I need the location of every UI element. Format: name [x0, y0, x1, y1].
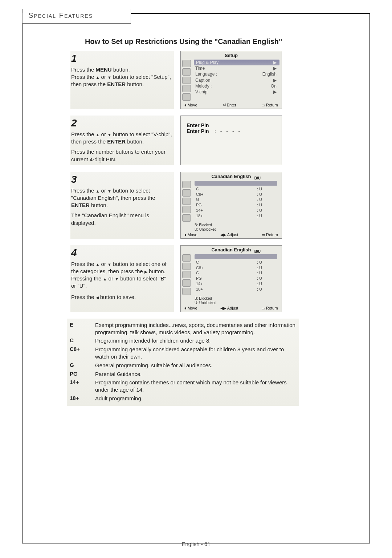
- def-row: GGeneral programming, suitable for all a…: [70, 361, 295, 370]
- step-4: 4 Press the or button to select one of t…: [70, 245, 362, 312]
- step-number: 1: [71, 52, 172, 65]
- pin-dots: : - - - -: [215, 128, 241, 134]
- def-label: PG: [70, 371, 88, 378]
- move-hint: ♦ Move: [184, 103, 197, 108]
- def-row: C8+Programming generally considered acce…: [70, 345, 295, 361]
- up-arrow-icon: [103, 275, 107, 282]
- t: button.: [112, 66, 130, 73]
- t: Press the number buttons to enter your c…: [71, 149, 166, 162]
- step-1: 1 Press the MENU button. Press the or bu…: [70, 51, 362, 109]
- osd-icon-col: [181, 59, 193, 102]
- def-text: Programming generally considered accepta…: [95, 346, 295, 360]
- def-label: C: [70, 337, 88, 344]
- return-hint: ▭ Return: [261, 103, 278, 108]
- move-hint: ♦ Move: [184, 306, 197, 311]
- def-row: 14+Programming contains themes or conten…: [70, 378, 295, 394]
- osd-row: Plug & Play▶: [194, 60, 279, 65]
- t: button to save.: [99, 294, 136, 300]
- step-4-text: 4 Press the or button to select one of t…: [70, 245, 174, 312]
- osd-list: Plug & Play▶ Time▶ Language :English Cap…: [193, 59, 282, 102]
- osd-legend: U: Unblocked: [181, 300, 282, 305]
- down-arrow-icon: [107, 187, 111, 194]
- def-text: Programming intended for children under …: [95, 337, 295, 344]
- adjust-hint: ◀▶ Adjust: [220, 232, 238, 237]
- osd-row: Melody :On: [194, 83, 279, 89]
- rating-row: 18+: U: [195, 213, 279, 219]
- def-row: PGParental Guidance.: [70, 370, 295, 379]
- osd-ratings: B/U C: U C8+: U G: U PG: U 14+: U 18+: U: [193, 180, 282, 223]
- osd-row: Caption▶: [194, 77, 279, 83]
- page-frame: Special Features How to Set up Restricti…: [22, 13, 370, 543]
- adjust-hint: ◀▶ Adjust: [220, 306, 238, 311]
- osd-canadian-english: Canadian English B/U C: U C8+: U G: U PG…: [180, 172, 282, 239]
- rating-row: PG: U: [195, 276, 279, 281]
- t: or: [99, 187, 107, 194]
- t: Press the: [71, 261, 96, 267]
- rating-row: C: U: [195, 186, 279, 192]
- t: The "Canadian English" menu is displayed…: [71, 212, 149, 226]
- rating-row: G: U: [195, 197, 279, 202]
- def-row: CProgramming intended for children under…: [70, 336, 295, 345]
- t: ENTER: [107, 81, 126, 87]
- move-hint: ♦ Move: [184, 232, 197, 237]
- t: or: [99, 261, 107, 267]
- step-number: 4: [71, 246, 172, 260]
- osd-canadian-english-2: Canadian English B/U C: U C8+: U G: U PG…: [180, 245, 282, 312]
- enter-hint: ⏎ Enter: [222, 103, 236, 108]
- down-arrow-icon: [107, 131, 111, 137]
- return-hint: ▭ Return: [261, 232, 278, 237]
- section-tab: Special Features: [22, 9, 131, 24]
- t: MENU: [96, 66, 112, 73]
- def-label: 18+: [70, 395, 88, 402]
- t: button.: [126, 81, 144, 87]
- t: Press the: [71, 66, 96, 73]
- pin-label: Enter Pin: [187, 122, 209, 128]
- osd-row: Language :English: [194, 71, 279, 77]
- def-text: Adult programming.: [95, 395, 295, 402]
- t: ENTER: [71, 202, 90, 208]
- osd-row: V-chip▶: [194, 89, 279, 95]
- osd-footer: ♦ Move ◀▶ Adjust ▭ Return: [181, 305, 282, 311]
- osd-footer: ♦ Move ⏎ Enter ▭ Return: [181, 102, 282, 108]
- def-label: G: [70, 362, 88, 369]
- osd-title: Canadian English: [181, 172, 282, 180]
- t: Press the: [71, 131, 96, 137]
- osd-legend: U: Unblocked: [181, 227, 282, 231]
- def-label: E: [70, 322, 88, 336]
- osd-highlight-bar: B/U: [195, 254, 277, 259]
- osd-legend: B: Blocked: [181, 296, 282, 300]
- t: or: [99, 74, 107, 80]
- rating-row: 14+: U: [195, 281, 279, 287]
- up-arrow-icon: [96, 74, 100, 80]
- right-arrow-icon: [144, 268, 147, 274]
- def-text: Parental Guidance.: [95, 371, 295, 378]
- step-2-text: 2 Press the or button to select "V-chip"…: [70, 116, 174, 165]
- rating-row: 18+: U: [195, 287, 279, 292]
- rating-row: C8+: U: [195, 265, 279, 271]
- osd-ratings: B/U C: U C8+: U G: U PG: U 14+: U 18+: U: [193, 253, 282, 296]
- page-footer: English - 61: [0, 541, 392, 547]
- bu-header: B/U: [254, 176, 261, 181]
- rating-row: C: U: [195, 260, 279, 265]
- rating-row: C8+: U: [195, 192, 279, 197]
- rating-definitions: EExempt programming includes...news, spo…: [67, 319, 299, 406]
- step-1-text: 1 Press the MENU button. Press the or bu…: [70, 51, 174, 109]
- down-arrow-icon: [107, 261, 111, 267]
- def-label: 14+: [70, 379, 88, 393]
- osd-legend: B: Blocked: [181, 223, 282, 227]
- osd-enter-pin: Enter Pin Enter Pin : - - - -: [180, 116, 282, 165]
- t: Press the: [71, 187, 96, 194]
- down-arrow-icon: [107, 74, 111, 80]
- def-text: Exempt programming includes...news, spor…: [95, 322, 295, 336]
- step-2: 2 Press the or button to select "V-chip"…: [70, 116, 362, 165]
- t: or: [99, 131, 107, 137]
- def-text: General programming, suitable for all au…: [95, 362, 295, 369]
- step-3: 3 Press the or button to select "Canadia…: [70, 172, 362, 239]
- left-arrow-icon: [96, 294, 99, 300]
- osd-title: Canadian English: [181, 246, 282, 253]
- osd-setup: Setup Plug & Play▶ Time▶ Language :Engli…: [180, 51, 282, 109]
- step-number: 2: [71, 116, 172, 130]
- def-row: 18+Adult programming.: [70, 394, 295, 403]
- step-number: 3: [71, 173, 172, 186]
- osd-row: Time▶: [194, 65, 279, 71]
